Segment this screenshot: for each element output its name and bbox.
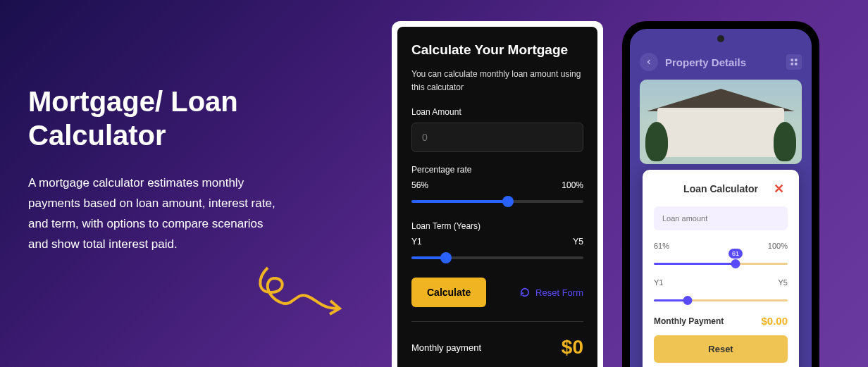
popup-reset-button[interactable]: Reset [654,335,788,363]
phone-page-title: Property Details [665,56,786,68]
arrow-squiggle-icon [254,254,352,324]
term-max-label: Y5 [573,237,583,247]
loan-calculator-popup: Loan Calculator ✕ 61% 100% 61 Y1 Y5 [643,170,799,367]
term-label: Loan Term (Years) [411,221,583,231]
calculator-title: Calculate Your Mortgage [411,42,583,58]
reset-form-label: Reset Form [535,287,583,298]
property-photo [640,80,802,164]
popup-loan-amount-input[interactable] [654,206,788,230]
calculator-card: Calculate Your Mortgage You can calculat… [392,21,603,367]
popup-payment-label: Monthly Payment [654,316,724,326]
svg-rect-0 [791,59,794,62]
page-description: A mortgage calculator estimates monthly … [28,173,282,255]
popup-title: Loan Calculator [668,183,774,194]
popup-rate-slider[interactable]: 61 [654,253,788,270]
grid-button[interactable] [786,54,802,70]
rate-min-label: 56% [411,180,428,190]
loan-amount-input[interactable] [411,123,583,152]
rate-slider[interactable] [411,194,583,209]
close-button[interactable]: ✕ [774,181,788,197]
rate-max-label: 100% [562,180,583,190]
popup-rate-max: 100% [768,242,788,250]
grid-icon [790,58,798,66]
term-min-label: Y1 [411,237,422,247]
popup-rate-value-bubble: 61 [728,249,743,259]
refresh-icon [520,287,530,297]
phone-screen: Property Details Loan Calculator ✕ [630,29,812,367]
rate-label: Percentage rate [411,165,583,175]
marketing-copy: Mortgage/ Loan Calculator A mortgage cal… [28,85,282,255]
svg-rect-1 [795,59,798,62]
loan-amount-label: Loan Amount [411,107,583,117]
svg-rect-3 [795,63,798,66]
divider [411,321,583,322]
calculator-subtitle: You can calculate monthly loan amount us… [411,68,583,94]
close-icon: ✕ [774,182,784,196]
camera-icon [717,35,724,42]
monthly-payment-value: $0 [562,336,583,359]
popup-payment-value: $0.00 [761,315,788,327]
chevron-left-icon [645,58,653,66]
popup-rate-min: 61% [654,242,669,250]
popup-term-min: Y1 [654,278,663,287]
term-slider[interactable] [411,251,583,265]
popup-term-slider[interactable] [654,290,788,306]
calculate-button[interactable]: Calculate [411,278,486,307]
phone-frame: Property Details Loan Calculator ✕ [622,21,819,367]
popup-term-max: Y5 [779,278,788,287]
back-button[interactable] [640,53,658,71]
monthly-payment-label: Monthly payment [411,342,481,353]
reset-form-link[interactable]: Reset Form [520,287,583,298]
svg-rect-2 [791,63,794,66]
page-title: Mortgage/ Loan Calculator [28,85,282,152]
